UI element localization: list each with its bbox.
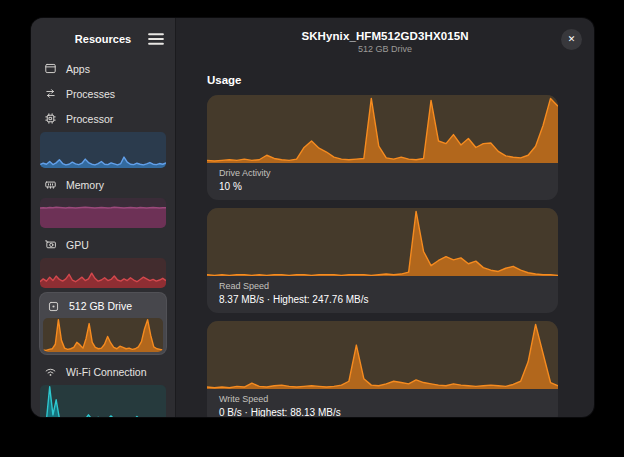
sidebar-item-drive-selected[interactable]: 512 GB Drive [39, 292, 167, 355]
sidebar-item-processes[interactable]: Processes [39, 81, 167, 106]
write-speed-chart [207, 321, 558, 389]
app-window: Resources Apps Processes [31, 18, 594, 417]
wifi-icon [44, 365, 57, 378]
sidebar-item-processor[interactable]: Processor [39, 106, 167, 168]
sidebar-item-label: Wi-Fi Connection [66, 366, 147, 378]
write-speed-card: Write Speed 0 B/s · Highest: 88.13 MB/s [207, 321, 558, 417]
card-label: Read Speed [219, 281, 546, 291]
sidebar-item-gpu[interactable]: GPU [39, 232, 167, 288]
usage-section: Usage Drive Activity 10 % Read Speed 8.3… [176, 74, 594, 417]
processes-icon [44, 87, 57, 100]
read-speed-chart [207, 208, 558, 276]
card-value: 0 B/s · Highest: 88.13 MB/s [219, 407, 546, 417]
wifi-sparkline [40, 385, 166, 417]
gpu-icon [44, 238, 57, 251]
sidebar-item-apps[interactable]: Apps [39, 56, 167, 81]
hamburger-icon [145, 28, 167, 50]
page-subtitle: 512 GB Drive [358, 44, 412, 54]
sidebar: Resources Apps Processes [31, 18, 176, 417]
drive-activity-chart [207, 95, 558, 163]
page-title: SKHynix_HFM512GD3HX015N [301, 30, 468, 42]
apps-icon [44, 62, 57, 75]
sidebar-item-label: 512 GB Drive [69, 300, 132, 312]
processor-icon [44, 112, 57, 125]
sidebar-item-wifi[interactable]: Wi-Fi Connection [39, 359, 167, 417]
close-button[interactable]: ✕ [561, 29, 582, 50]
sidebar-item-label: Processes [66, 88, 115, 100]
menu-button[interactable] [145, 28, 167, 50]
card-value: 10 % [219, 181, 546, 192]
sidebar-item-label: GPU [66, 239, 89, 251]
read-speed-card: Read Speed 8.37 MB/s · Highest: 247.76 M… [207, 208, 558, 313]
drive-sparkline [43, 318, 163, 352]
memory-sparkline [40, 198, 166, 228]
sidebar-title: Resources [75, 33, 131, 45]
sidebar-item-label: Memory [66, 179, 104, 191]
processor-sparkline [40, 132, 166, 168]
drive-icon [47, 300, 60, 313]
sidebar-item-memory[interactable]: Memory [39, 172, 167, 228]
gpu-sparkline [40, 258, 166, 288]
memory-icon [44, 178, 57, 191]
sidebar-item-label: Apps [66, 63, 90, 75]
section-title: Usage [207, 74, 558, 86]
card-label: Write Speed [219, 394, 546, 404]
drive-activity-card: Drive Activity 10 % [207, 95, 558, 200]
card-label: Drive Activity [219, 168, 546, 178]
sidebar-header: Resources [39, 24, 167, 54]
card-value: 8.37 MB/s · Highest: 247.76 MB/s [219, 294, 546, 305]
header: SKHynix_HFM512GD3HX015N 512 GB Drive ✕ [176, 18, 594, 64]
main-pane: SKHynix_HFM512GD3HX015N 512 GB Drive ✕ U… [176, 18, 594, 417]
sidebar-item-label: Processor [66, 113, 113, 125]
